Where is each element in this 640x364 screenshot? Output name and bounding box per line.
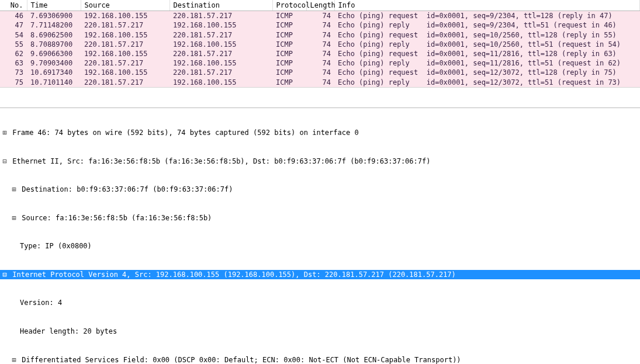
- col-header-src[interactable]: Source: [81, 0, 169, 11]
- packet-list-table: No. Time Source Destination Protocol Len…: [0, 0, 640, 87]
- table-row[interactable]: 629.69066300192.168.100.155220.181.57.21…: [0, 49, 640, 58]
- col-header-len[interactable]: Length: [306, 0, 334, 11]
- tree-ethernet[interactable]: ⊟ Ethernet II, Src: fa:16:3e:56:f8:5b (f…: [0, 157, 640, 166]
- expand-icon[interactable]: ⊞: [11, 355, 18, 364]
- col-header-dst[interactable]: Destination: [169, 0, 272, 11]
- expand-icon[interactable]: ⊞: [1, 128, 8, 137]
- tree-eth-src[interactable]: ⊞ Source: fa:16:3e:56:f8:5b (fa:16:3e:56…: [0, 213, 640, 223]
- tree-ip-version[interactable]: Version: 4: [0, 298, 640, 307]
- collapse-icon[interactable]: ⊟: [1, 157, 8, 166]
- table-row[interactable]: 548.69062500192.168.100.155220.181.57.21…: [0, 30, 640, 40]
- table-row[interactable]: 7510.7101140220.181.57.217192.168.100.15…: [0, 78, 640, 87]
- tree-ip[interactable]: ⊟ Internet Protocol Version 4, Src: 192.…: [0, 270, 640, 279]
- packet-list-header[interactable]: No. Time Source Destination Protocol Len…: [0, 0, 640, 11]
- table-row[interactable]: 7310.6917340192.168.100.155220.181.57.21…: [0, 68, 640, 77]
- col-header-time[interactable]: Time: [27, 0, 81, 11]
- tree-frame[interactable]: ⊞ Frame 46: 74 bytes on wire (592 bits),…: [0, 128, 640, 137]
- table-row[interactable]: 467.69306900192.168.100.155220.181.57.21…: [0, 11, 640, 21]
- table-row[interactable]: 558.70889700220.181.57.217192.168.100.15…: [0, 40, 640, 49]
- col-header-info[interactable]: Info: [334, 0, 640, 11]
- expand-icon[interactable]: ⊞: [11, 213, 18, 223]
- col-header-no[interactable]: No.: [0, 0, 27, 11]
- protocol-tree[interactable]: ⊞ Frame 46: 74 bytes on wire (592 bits),…: [0, 108, 640, 364]
- collapse-icon[interactable]: ⊟: [1, 270, 8, 279]
- col-header-proto[interactable]: Protocol: [272, 0, 306, 11]
- table-row[interactable]: 639.70903400220.181.57.217192.168.100.15…: [0, 58, 640, 68]
- expand-icon[interactable]: ⊞: [11, 185, 18, 194]
- tree-eth-type[interactable]: Type: IP (0x0800): [0, 241, 640, 251]
- tree-ip-dsf[interactable]: ⊞ Differentiated Services Field: 0x00 (D…: [0, 355, 640, 364]
- tree-eth-dst[interactable]: ⊞ Destination: b0:f9:63:37:06:7f (b0:f9:…: [0, 185, 640, 194]
- tree-ip-hlen[interactable]: Header length: 20 bytes: [0, 327, 640, 336]
- table-row[interactable]: 477.71148200220.181.57.217192.168.100.15…: [0, 20, 640, 30]
